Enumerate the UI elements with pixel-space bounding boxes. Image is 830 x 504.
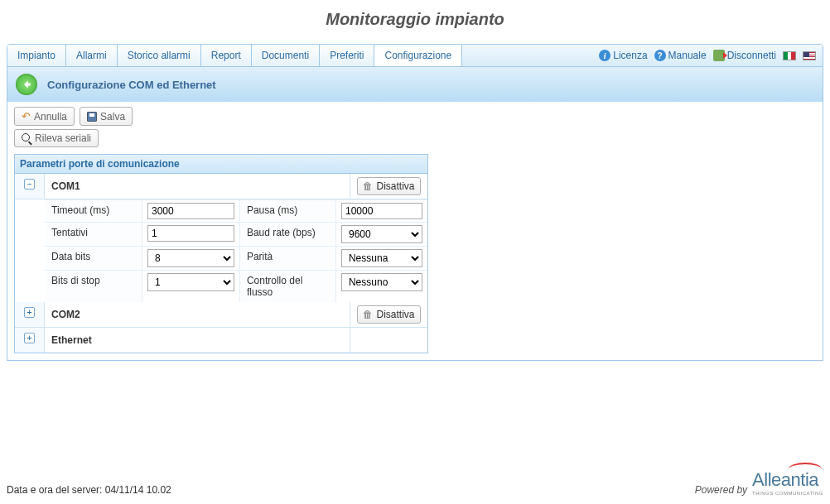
disconnect-label: Disconnetti xyxy=(727,50,776,61)
detect-label: Rileva seriali xyxy=(35,132,91,144)
server-datetime: Data e ora del server: 04/11/14 10.02 xyxy=(7,484,171,496)
save-button[interactable]: Salva xyxy=(80,107,133,126)
disable-label: Disattiva xyxy=(376,309,414,320)
trash-icon: 🗑 xyxy=(363,180,373,192)
footer: Data e ora del server: 04/11/14 10.02 Po… xyxy=(7,469,823,496)
flow-label: Controllo del flusso xyxy=(240,271,336,302)
stopbits-label: Bits di stop xyxy=(45,271,142,302)
undo-icon: ↶ xyxy=(22,110,31,122)
tab-documenti[interactable]: Documenti xyxy=(252,45,320,66)
section-title: Configurazione COM ed Ethernet xyxy=(47,79,216,91)
expand-button[interactable]: + xyxy=(24,333,35,343)
disconnect-icon xyxy=(713,50,725,61)
tab-allarmi[interactable]: Allarmi xyxy=(66,45,118,66)
cancel-label: Annulla xyxy=(34,111,67,122)
stopbits-select[interactable]: 1 xyxy=(147,273,234,291)
manual-link[interactable]: ?Manuale xyxy=(654,50,707,61)
arrow-left-icon xyxy=(21,79,32,90)
port-row-com1: − COM1 🗑Disattiva xyxy=(15,174,427,199)
page-title: Monitoraggio impianto xyxy=(0,0,830,44)
retries-label: Tentativi xyxy=(45,223,142,246)
timeout-label: Timeout (ms) xyxy=(45,200,142,222)
tab-impianto[interactable]: Impianto xyxy=(7,45,66,66)
back-button[interactable] xyxy=(16,74,37,95)
port-row-com2: + COM2 🗑Disattiva xyxy=(15,302,427,328)
tab-report[interactable]: Report xyxy=(201,45,252,66)
port-name: COM2 xyxy=(45,302,350,327)
pause-input[interactable] xyxy=(341,203,422,219)
tab-bar: Impianto Allarmi Storico allarmi Report … xyxy=(7,45,823,67)
baud-label: Baud rate (bps) xyxy=(240,223,336,246)
search-icon xyxy=(22,133,31,143)
manual-label: Manuale xyxy=(668,50,707,61)
tab-preferiti[interactable]: Preferiti xyxy=(320,45,374,66)
tabs: Impianto Allarmi Storico allarmi Report … xyxy=(7,45,592,66)
retries-input[interactable] xyxy=(147,225,234,242)
databits-select[interactable]: 8 xyxy=(147,249,234,267)
detect-serial-button[interactable]: Rileva seriali xyxy=(14,129,99,147)
collapse-button[interactable]: − xyxy=(24,179,35,190)
save-label: Salva xyxy=(100,111,125,122)
disable-button[interactable]: 🗑Disattiva xyxy=(357,305,420,324)
com1-props: Timeout (ms) Pausa (ms) Tentativi Baud r… xyxy=(15,199,427,302)
save-icon xyxy=(87,112,97,122)
disconnect-link[interactable]: Disconnetti xyxy=(713,50,776,61)
flag-it[interactable] xyxy=(783,51,796,60)
databits-label: Data bits xyxy=(45,247,142,270)
toolbar: ↶Annulla Salva xyxy=(7,102,823,127)
timeout-input[interactable] xyxy=(147,203,234,219)
help-icon: ? xyxy=(654,50,666,61)
main-container: Impianto Allarmi Storico allarmi Report … xyxy=(7,44,823,361)
toolbar-row2: Rileva seriali xyxy=(7,127,823,152)
pause-label: Pausa (ms) xyxy=(240,200,336,222)
flag-us[interactable] xyxy=(803,51,816,60)
alleantia-logo: Alleantia xyxy=(752,469,818,490)
top-right-links: iLicenza ?Manuale Disconnetti xyxy=(592,45,823,66)
license-label: Licenza xyxy=(613,50,647,61)
cancel-button[interactable]: ↶Annulla xyxy=(14,107,75,126)
parity-select[interactable]: Nessuna xyxy=(341,249,422,267)
com-params-panel: Parametri porte di comunicazione − COM1 … xyxy=(14,154,428,353)
panel-title: Parametri porte di comunicazione xyxy=(15,155,427,174)
trash-icon: 🗑 xyxy=(363,309,373,320)
port-row-ethernet: + Ethernet xyxy=(15,328,427,353)
tab-configurazione[interactable]: Configurazione xyxy=(374,45,462,66)
info-icon: i xyxy=(599,50,610,61)
parity-label: Parità xyxy=(240,247,336,270)
flow-select[interactable]: Nessuno xyxy=(341,273,422,291)
baud-select[interactable]: 9600 xyxy=(341,225,422,243)
disable-label: Disattiva xyxy=(376,180,414,192)
section-header: Configurazione COM ed Ethernet xyxy=(7,67,823,102)
port-name: COM1 xyxy=(45,174,350,199)
tab-storico-allarmi[interactable]: Storico allarmi xyxy=(118,45,201,66)
expand-button[interactable]: + xyxy=(24,307,35,318)
disable-button[interactable]: 🗑Disattiva xyxy=(357,177,420,195)
powered-by: Powered by Alleantia THINGS COMMUNICATIN… xyxy=(695,469,823,496)
logo-subtitle: THINGS COMMUNICATING xyxy=(752,491,823,496)
port-name: Ethernet xyxy=(45,328,350,353)
license-link[interactable]: iLicenza xyxy=(599,50,647,61)
powered-label: Powered by xyxy=(695,484,747,496)
